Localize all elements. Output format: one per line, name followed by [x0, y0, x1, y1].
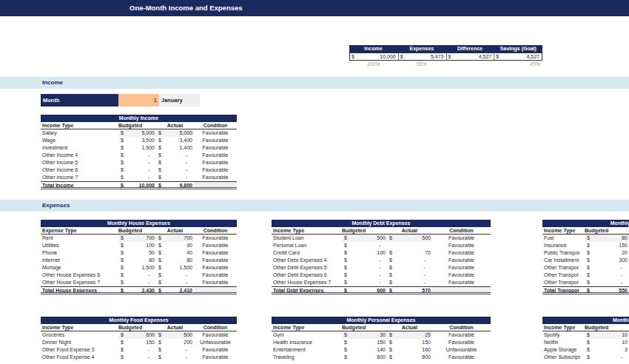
currency-symbol: $ [387, 235, 399, 242]
cell-budgeted[interactable]: - [354, 257, 387, 264]
cell-actual[interactable]: 150 [399, 339, 432, 346]
cell-budgeted[interactable]: 800 [354, 354, 387, 361]
cell-budgeted[interactable]: 10 [596, 339, 629, 346]
cell-actual[interactable]: 40 [168, 249, 194, 257]
cell-budgeted[interactable]: 150 [130, 339, 156, 346]
currency-symbol: $ [156, 249, 168, 257]
cell-budgeted[interactable]: 1,500 [130, 144, 156, 152]
cell-budgeted[interactable]: - [130, 279, 156, 286]
cell-budgeted[interactable]: 80 [130, 257, 156, 264]
cell-actual[interactable]: 3,400 [168, 137, 194, 144]
cell-budgeted[interactable]: - [596, 264, 629, 272]
cell-budgeted[interactable]: - [596, 354, 629, 361]
cell-budgeted[interactable]: 1,500 [130, 264, 156, 272]
cell-label: Rent [41, 235, 118, 242]
cell-actual[interactable] [399, 242, 432, 249]
cell-actual[interactable]: 500 [399, 235, 432, 242]
cell-actual[interactable]: - [168, 152, 194, 159]
cell-actual[interactable]: - [168, 272, 194, 279]
cell-budgeted[interactable]: - [130, 152, 156, 159]
currency-symbol: $ [156, 166, 168, 174]
cell-actual[interactable]: 1,500 [168, 264, 194, 272]
cell-budgeted[interactable]: - [354, 242, 387, 249]
cell-actual[interactable]: - [168, 354, 194, 361]
cell-actual[interactable]: 1,400 [168, 144, 194, 152]
cell-budgeted[interactable]: - [596, 279, 629, 286]
cell-actual[interactable]: 700 [168, 235, 194, 242]
cell-budgeted[interactable]: 10 [596, 331, 629, 339]
cell-budgeted[interactable]: - [130, 159, 156, 166]
cell-budgeted[interactable]: 150 [354, 339, 387, 346]
cell-condition: Unfavourable [194, 339, 237, 346]
cell-actual[interactable]: 25 [399, 331, 432, 339]
cell-label: Investment [41, 144, 118, 152]
cell-condition: Favourable [432, 242, 491, 249]
cell-actual[interactable]: - [399, 257, 432, 264]
cell-actual[interactable]: 5,000 [168, 129, 194, 137]
column-header-budgeted: Budgeted [585, 324, 629, 331]
cell-budgeted[interactable]: 50 [130, 249, 156, 257]
cell-budgeted[interactable]: - [354, 264, 387, 272]
cell-budgeted[interactable]: - [130, 272, 156, 279]
cell-actual[interactable]: - [168, 166, 194, 174]
cell-actual[interactable]: - [399, 272, 432, 279]
cell-budgeted[interactable]: - [130, 354, 156, 361]
page-title: One-Month Income and Expenses [130, 0, 243, 16]
currency-symbol: $ [399, 53, 408, 60]
total-label: Total Transpor [542, 287, 585, 292]
total-condition [194, 287, 237, 292]
cell-budgeted[interactable]: 700 [130, 235, 156, 242]
table-row: Investment$1,500$1,400Favourable [41, 144, 237, 152]
cell-budgeted[interactable]: 80 [596, 235, 629, 242]
cell-budgeted[interactable]: 30 [354, 331, 387, 339]
currency-symbol: $ [342, 346, 354, 354]
cell-actual[interactable]: - [399, 279, 432, 286]
cell-budgeted[interactable]: - [130, 174, 156, 181]
cell-budgeted[interactable]: - [130, 346, 156, 354]
cell-actual[interactable]: 500 [168, 331, 194, 339]
cell-condition: Favourable [194, 152, 237, 159]
cell-budgeted[interactable]: 100 [354, 249, 387, 257]
cell-actual[interactable]: 160 [399, 346, 432, 354]
cell-condition: Unfavourable [432, 346, 491, 354]
cell-budgeted[interactable]: 3,500 [130, 137, 156, 144]
cell-budgeted[interactable]: 100 [130, 242, 156, 249]
cell-actual[interactable]: 80 [168, 257, 194, 264]
cell-actual[interactable]: - [168, 346, 194, 354]
cell-budgeted[interactable]: - [354, 279, 387, 286]
cell-label: Entertainment [272, 346, 342, 354]
cell-budgeted[interactable]: - [354, 272, 387, 279]
cell-label: Health Insurance [272, 339, 342, 346]
cell-budgeted[interactable]: 300 [596, 257, 629, 264]
currency-symbol: $ [585, 287, 596, 292]
cell-budgeted[interactable]: 600 [130, 331, 156, 339]
column-header-budgeted: Budgeted [118, 324, 156, 331]
table-row: Traveling$800$800Favourable [272, 354, 491, 361]
cell-budgeted[interactable]: 500 [354, 235, 387, 242]
cell-actual[interactable]: 90 [168, 242, 194, 249]
cell-condition: Favourable [432, 235, 491, 242]
currency-symbol: $ [342, 264, 354, 272]
cell-actual[interactable]: - [168, 279, 194, 286]
summary-col-savings: Savings (Goal) [494, 45, 542, 53]
table-row: Other Transpor$- [542, 272, 629, 279]
cell-budgeted[interactable]: 140 [354, 346, 387, 354]
cell-actual[interactable]: - [399, 264, 432, 272]
cell-budgeted[interactable]: - [130, 166, 156, 174]
cell-actual[interactable]: 70 [399, 249, 432, 257]
table-row: Entertainment$140$160Unfavourable [272, 346, 491, 354]
cell-budgeted[interactable]: - [596, 272, 629, 279]
cell-actual[interactable]: 800 [399, 354, 432, 361]
cell-actual[interactable]: - [168, 174, 194, 181]
cell-actual[interactable]: 200 [168, 339, 194, 346]
column-header-actual: Actual [156, 227, 194, 234]
cell-label: Student Loan [272, 235, 342, 242]
cell-budgeted[interactable]: 20 [596, 249, 629, 257]
month-number-cell[interactable]: 1 [118, 94, 159, 107]
cell-budgeted[interactable]: 3 [596, 346, 629, 354]
cell-budgeted[interactable]: 150 [596, 242, 629, 249]
currency-symbol: $ [156, 354, 168, 361]
cell-actual[interactable]: - [168, 159, 194, 166]
table-row: Car Installment$300 [542, 257, 629, 264]
cell-budgeted[interactable]: 5,000 [130, 129, 156, 137]
